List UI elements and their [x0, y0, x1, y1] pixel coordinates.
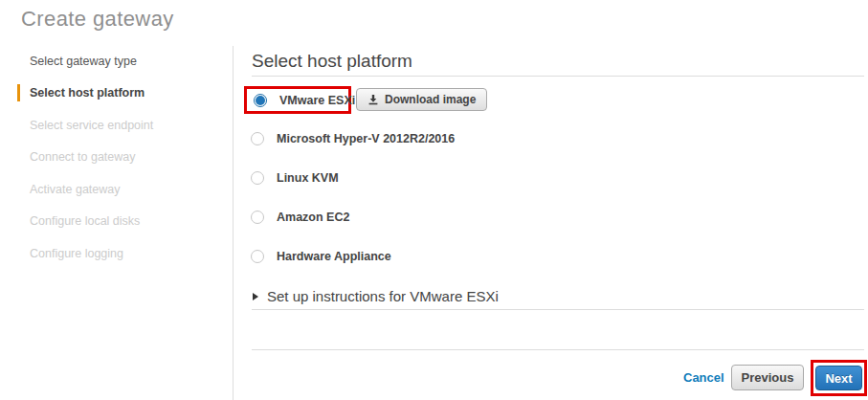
- previous-button[interactable]: Previous: [731, 365, 804, 390]
- download-image-button[interactable]: Download image: [356, 88, 487, 111]
- sidebar-item-label: Configure local disks: [30, 214, 140, 228]
- sidebar-item-configure-local-disks: Configure local disks: [17, 206, 220, 238]
- heading-rule: [252, 76, 864, 77]
- page-title: Create gateway: [21, 7, 174, 32]
- radio-label-linux-kvm: Linux KVM: [277, 171, 339, 185]
- annotation-box-vmware-esxi: VMware ESXi: [244, 86, 351, 114]
- radio-label-hardware-appliance: Hardware Appliance: [277, 250, 391, 263]
- section-divider: [252, 309, 864, 310]
- cancel-link[interactable]: Cancel: [683, 370, 724, 385]
- expander-label: Set up instructions for VMware ESXi: [267, 288, 499, 304]
- sidebar-item-select-service-endpoint: Select service endpoint: [17, 109, 220, 142]
- radio-hardware-appliance[interactable]: [251, 250, 264, 263]
- sidebar-item-activate-gateway: Activate gateway: [17, 173, 220, 206]
- sidebar-item-label: Connect to gateway: [30, 150, 136, 164]
- sidebar-item-select-gateway-type[interactable]: Select gateway type: [17, 45, 220, 78]
- radio-vmware-esxi[interactable]: [254, 94, 267, 107]
- setup-instructions-expander[interactable]: Set up instructions for VMware ESXi: [253, 288, 499, 304]
- sidebar-item-select-host-platform[interactable]: Select host platform: [17, 78, 220, 110]
- radio-amazon-ec2[interactable]: [251, 211, 264, 224]
- sidebar-divider: [233, 46, 234, 400]
- wizard-steps-sidebar: Select gateway type Select host platform…: [17, 45, 220, 270]
- option-row-hyper-v: Microsoft Hyper-V 2012R2/2016: [251, 131, 455, 146]
- expander-arrow-icon: [253, 293, 258, 300]
- radio-linux-kvm[interactable]: [251, 171, 264, 185]
- option-row-amazon-ec2: Amazon EC2: [251, 210, 349, 225]
- sidebar-item-connect-to-gateway: Connect to gateway: [17, 142, 220, 174]
- radio-hyper-v[interactable]: [251, 132, 264, 145]
- radio-label-amazon-ec2: Amazon EC2: [277, 211, 349, 224]
- sidebar-item-label: Select host platform: [30, 86, 145, 100]
- sidebar-item-label: Activate gateway: [30, 183, 121, 196]
- footer-divider: [252, 349, 864, 350]
- option-row-hardware-appliance: Hardware Appliance: [251, 249, 391, 264]
- section-heading: Select host platform: [252, 51, 412, 72]
- download-button-label: Download image: [385, 93, 476, 106]
- sidebar-item-label: Select service endpoint: [30, 119, 153, 132]
- sidebar-item-configure-logging: Configure logging: [17, 237, 220, 270]
- create-gateway-page: Create gateway Select gateway type Selec…: [0, 0, 868, 400]
- radio-label-vmware-esxi: VMware ESXi: [279, 94, 355, 107]
- sidebar-item-label: Select gateway type: [30, 55, 137, 68]
- download-icon: [367, 94, 379, 105]
- next-button[interactable]: Next: [815, 366, 862, 390]
- sidebar-item-label: Configure logging: [30, 247, 123, 260]
- radio-label-hyper-v: Microsoft Hyper-V 2012R2/2016: [277, 132, 455, 145]
- active-step-indicator: [17, 84, 20, 101]
- option-row-linux-kvm: Linux KVM: [251, 170, 339, 186]
